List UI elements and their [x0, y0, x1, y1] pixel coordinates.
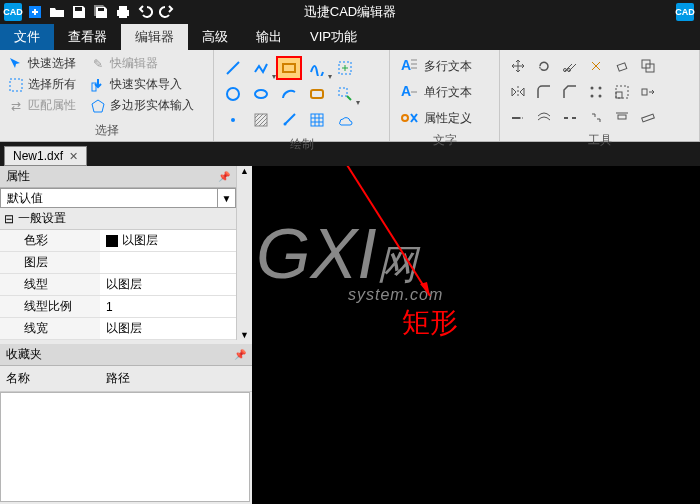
tool-rotate-button[interactable] — [532, 54, 556, 78]
quick-select-button[interactable]: 快速选择 — [6, 54, 78, 73]
match-icon: ⇄ — [8, 98, 24, 114]
draw-hatch-button[interactable] — [248, 108, 274, 132]
svg-point-40 — [599, 95, 602, 98]
default-value-combo[interactable]: ▼ — [0, 188, 236, 208]
svg-point-12 — [227, 88, 239, 100]
undo-icon[interactable] — [136, 3, 154, 21]
default-value-input[interactable] — [1, 189, 217, 207]
property-section-general[interactable]: ⊟一般设置 — [0, 208, 236, 230]
prop-row-linetype[interactable]: 线型以图层 — [0, 274, 236, 296]
draw-spline-button[interactable]: ▾ — [304, 56, 330, 80]
draw-rectangle-button[interactable] — [276, 56, 302, 80]
ribbon-group-tools-label: 工具 — [506, 130, 693, 151]
prop-linescale-key: 线型比例 — [0, 296, 100, 317]
quick-import-button[interactable]: 快速实体导入 — [88, 75, 184, 94]
tool-mirror-button[interactable] — [506, 80, 530, 104]
open-folder-icon[interactable] — [48, 3, 66, 21]
favorites-list[interactable] — [0, 392, 250, 502]
menu-vip[interactable]: VIP功能 — [296, 24, 371, 50]
multiline-text-button[interactable]: A多行文本 — [396, 54, 493, 78]
draw-arc-button[interactable] — [276, 82, 302, 106]
tool-break-button[interactable] — [558, 106, 582, 130]
select-all-button[interactable]: 选择所有 — [6, 75, 78, 94]
draw-cloud-button[interactable] — [332, 108, 358, 132]
prop-linetype-value: 以图层 — [100, 274, 236, 295]
polygon-input-label: 多边形实体输入 — [110, 97, 194, 114]
svg-rect-2 — [98, 8, 104, 11]
tool-explode-button[interactable] — [584, 54, 608, 78]
draw-table-button[interactable] — [304, 108, 330, 132]
svg-line-18 — [285, 114, 295, 124]
cursor-icon — [8, 56, 24, 72]
tool-fillet-button[interactable] — [532, 80, 556, 104]
ribbon-group-select: 快速选择 ✎快编辑器 选择所有 快速实体导入 ⇄匹配属性 多边形实体输入 选择 — [0, 50, 214, 141]
prop-row-layer[interactable]: 图层 — [0, 252, 236, 274]
tool-measure-button[interactable] — [636, 106, 660, 130]
tool-extend-button[interactable] — [506, 106, 530, 130]
pin-icon[interactable]: 📌 — [218, 171, 230, 182]
polygon-input-button[interactable]: 多边形实体输入 — [88, 96, 196, 115]
draw-rounded-rect-button[interactable] — [304, 82, 330, 106]
menu-advanced[interactable]: 高级 — [188, 24, 242, 50]
quick-select-label: 快速选择 — [28, 55, 76, 72]
chevron-down-icon[interactable]: ▼ — [217, 189, 235, 207]
prop-row-lineweight[interactable]: 线宽以图层 — [0, 318, 236, 340]
menu-file[interactable]: 文件 — [0, 24, 54, 50]
select-all-label: 选择所有 — [28, 76, 76, 93]
menu-editor[interactable]: 编辑器 — [121, 24, 188, 50]
draw-ellipse-button[interactable] — [248, 82, 274, 106]
draw-insert-button[interactable]: ▾ — [332, 82, 358, 106]
tool-move-button[interactable] — [506, 54, 530, 78]
draw-ray-button[interactable] — [276, 108, 302, 132]
new-file-icon[interactable] — [26, 3, 44, 21]
save-icon[interactable] — [70, 3, 88, 21]
tool-array-button[interactable] — [584, 80, 608, 104]
properties-scrollbar[interactable]: ▲▼ — [236, 166, 252, 340]
tool-scale-button[interactable] — [610, 80, 634, 104]
draw-polyline-button[interactable]: ▾ — [248, 56, 274, 80]
redo-icon[interactable] — [158, 3, 176, 21]
match-prop-button: ⇄匹配属性 — [6, 96, 78, 115]
document-tab[interactable]: New1.dxf ✕ — [4, 146, 87, 166]
favorites-col-name[interactable]: 名称 — [0, 368, 100, 389]
svg-rect-50 — [642, 114, 655, 122]
tool-erase-button[interactable] — [610, 54, 634, 78]
prop-linetype-key: 线型 — [0, 274, 100, 295]
attr-def-button[interactable]: 属性定义 — [396, 106, 493, 130]
pin-icon[interactable]: 📌 — [234, 349, 246, 360]
singleline-text-button[interactable]: A单行文本 — [396, 80, 493, 104]
tool-chamfer-button[interactable] — [558, 80, 582, 104]
polygon-icon — [90, 98, 106, 114]
menu-viewer[interactable]: 查看器 — [54, 24, 121, 50]
draw-block-button[interactable] — [332, 56, 358, 80]
ribbon-group-select-label: 选择 — [6, 120, 207, 141]
prop-row-color[interactable]: 色彩以图层 — [0, 230, 236, 252]
color-swatch — [106, 235, 118, 247]
app-logo-right: CAD — [676, 3, 694, 21]
menu-output[interactable]: 输出 — [242, 24, 296, 50]
ribbon: 快速选择 ✎快编辑器 选择所有 快速实体导入 ⇄匹配属性 多边形实体输入 选择 … — [0, 50, 700, 142]
close-tab-icon[interactable]: ✕ — [69, 150, 78, 163]
edit-icon: ✎ — [90, 56, 106, 72]
drawing-canvas[interactable]: GXI 网 system.com 矩形 — [252, 166, 700, 504]
svg-rect-41 — [616, 92, 622, 98]
save-all-icon[interactable] — [92, 3, 110, 21]
ribbon-group-draw: ▾ ▾ ▾ 绘制 — [214, 50, 390, 141]
tool-join-button[interactable] — [584, 106, 608, 130]
collapse-icon[interactable]: ⊟ — [4, 212, 14, 226]
draw-point-button[interactable] — [220, 108, 246, 132]
tool-trim-button[interactable] — [558, 54, 582, 78]
quick-editor-label: 快编辑器 — [110, 55, 158, 72]
prop-row-linescale[interactable]: 线型比例1 — [0, 296, 236, 318]
favorites-col-path[interactable]: 路径 — [100, 368, 136, 389]
ribbon-group-text: A多行文本 A单行文本 属性定义 文字 — [390, 50, 500, 141]
singleline-text-label: 单行文本 — [424, 84, 472, 101]
tool-offset-button[interactable] — [532, 106, 556, 130]
tool-stretch-button[interactable] — [636, 80, 660, 104]
draw-circle-button[interactable] — [220, 82, 246, 106]
draw-line-button[interactable] — [220, 56, 246, 80]
tool-copy-button[interactable] — [636, 54, 660, 78]
print-icon[interactable] — [114, 3, 132, 21]
tool-align-button[interactable] — [610, 106, 634, 130]
svg-rect-6 — [10, 79, 22, 91]
